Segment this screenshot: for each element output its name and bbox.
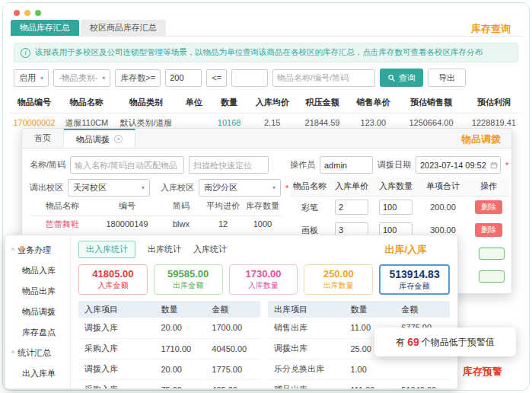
in-campus-value: 南沙分区 — [204, 182, 237, 193]
stock-min-input[interactable] — [165, 69, 202, 87]
category-select-value: -物品类别- — [59, 72, 97, 84]
search-icon — [387, 74, 396, 82]
tab-home[interactable]: 首页 — [22, 129, 64, 148]
annotation-stock-warning: 库存预警 — [463, 365, 502, 379]
tab-inout-stats[interactable]: 出入库统计 — [78, 241, 135, 258]
cell-amount: 405.00 — [205, 379, 260, 389]
cell-total: 200.00 — [418, 196, 468, 219]
cell-amount — [395, 359, 450, 379]
cell-qty — [374, 196, 418, 219]
cell-avg-price: 12 — [203, 216, 243, 232]
export-button[interactable]: 导出 — [428, 69, 466, 87]
inventory-query-window: 物品库存汇总 校区商品库存汇总 库存查询 i 该报表用于多校区及公司连锁型管理等… — [9, 20, 523, 133]
status-select[interactable]: 启用 ▾ — [14, 69, 49, 87]
out-campus-value: 天河校区 — [73, 182, 107, 193]
stat-card-in-amount: 41805.00 入库金额 — [78, 264, 148, 295]
tab-item-transfer[interactable]: 物品调拨 × — [64, 129, 135, 148]
annotation-inout: 出库/入库 — [384, 243, 427, 257]
app-canvas: 物品库存汇总 校区商品库存汇总 库存查询 i 该报表用于多校区及公司连锁型管理等… — [0, 0, 532, 393]
table-row: 采购入库 1710.00 40450.00 — [78, 338, 260, 359]
search-button[interactable]: 查询 — [380, 69, 423, 87]
annotation-item-transfer: 物品调拨 — [461, 133, 501, 146]
stat-card-out-qty: 250.00 出库数量 — [304, 264, 373, 295]
search-button-label: 查询 — [399, 72, 416, 84]
table-header-row: 入库项目 数量 金额 — [78, 301, 260, 318]
close-icon[interactable]: × — [114, 135, 123, 143]
col-header: 单位 — [178, 93, 209, 113]
sidebar-item-inout-orders[interactable]: 出入库单 — [5, 363, 70, 384]
tab-item-transfer-label: 物品调拨 — [76, 131, 110, 148]
keyword-input[interactable] — [272, 69, 375, 87]
cell-project: 调拨入库 — [78, 318, 155, 338]
sidebar-item-stock-out[interactable]: 物品出库 — [5, 281, 70, 302]
stat-label: 入库数量 — [248, 281, 279, 290]
item-match-input[interactable] — [70, 156, 184, 174]
col-header: 数量 — [209, 93, 248, 113]
chevron-up-icon: ^ — [11, 350, 14, 357]
table-header-row: 物品名称 入库单价 入库数量 单项合计 操作 — [290, 177, 509, 196]
warning-popup[interactable]: 有 69 个物品低于预警值 — [374, 328, 516, 356]
cell-qty: 1710.00 — [155, 338, 205, 359]
row-action-button[interactable] — [479, 248, 505, 260]
sidebar-item-stocktaking[interactable]: 库存盘点 — [5, 322, 70, 343]
tab-out-stats[interactable]: 出库统计 — [148, 244, 181, 255]
window-dot-minimize-icon[interactable] — [24, 10, 30, 16]
stats-main: 出入库统计 出库统计 入库统计 出库/入库 41805.00 入库金额 5958… — [71, 235, 457, 388]
sidebar-item-stock-in[interactable]: 物品入库 — [5, 260, 70, 281]
info-text: 该报表用于多校区及公司连锁型管理等场景，以物品为单位查询该商品在各校区的库存汇总… — [35, 47, 483, 58]
col-header: 库存数量 — [243, 197, 282, 216]
transfer-form-row2: 调出校区 天河校区 ▾ 入库校区 南沙分区 ▾ * — [30, 179, 288, 196]
sidebar-item-transfer[interactable]: 物品调拨 — [5, 302, 70, 322]
cell-project: 采购入库 — [78, 338, 155, 359]
stock-max-input[interactable] — [231, 69, 268, 87]
col-header: 物品名称 — [290, 177, 330, 196]
scanner-input[interactable] — [189, 156, 269, 174]
out-campus-select[interactable]: 天河校区 ▾ — [68, 179, 150, 196]
cell-qty: 75.00 — [155, 379, 205, 389]
cell-amount: 51040.00 — [395, 379, 450, 389]
delete-button[interactable]: 删除 — [475, 200, 502, 214]
table-row: 赠品出库 111.00 51040.00 — [268, 379, 450, 389]
warning-count: 69 — [407, 336, 419, 348]
operator-input[interactable] — [320, 156, 373, 174]
stat-label: 入库金额 — [97, 281, 128, 290]
stat-value: 513914.83 — [389, 268, 439, 280]
calendar-icon[interactable] — [490, 161, 498, 169]
col-header: 操作 — [468, 177, 509, 196]
cell-project: 乐分兑换出库 — [268, 359, 344, 379]
tab-in-stats[interactable]: 入库统计 — [193, 244, 227, 255]
category-select[interactable]: -物品类别- ▾ — [53, 69, 110, 87]
transfer-form-row1: 名称/简码 — [30, 156, 269, 174]
sidebar: ^业务办理 物品入库 物品出库 物品调拨 库存盘点 ^统计汇总 出入库单 — [5, 235, 71, 388]
stock-summary-table: 物品编号 物品名称 物品类别 单位 数量 入库均价 积压金额 销售单价 预估销售… — [9, 93, 523, 133]
transfer-date-field — [416, 156, 501, 174]
cell-item-name: 彩笔 — [290, 196, 330, 219]
tab-campus-stock-summary[interactable]: 校区商品库存汇总 — [81, 20, 166, 36]
cell-item-name: 芭蕾舞鞋 — [30, 216, 95, 232]
table-row: 采购入库 75.00 405.00 — [78, 379, 260, 389]
stat-value: 59585.00 — [167, 269, 209, 280]
tab-item-stock-summary[interactable]: 物品库存汇总 — [11, 20, 79, 36]
qty-input[interactable] — [379, 200, 413, 215]
transfer-date-input[interactable] — [416, 156, 501, 174]
table-row[interactable]: 芭蕾舞鞋 180000149 blwx 12 1000 — [30, 216, 282, 232]
delete-button[interactable]: 删除 — [475, 223, 502, 237]
chevron-down-icon: ▾ — [272, 184, 276, 191]
price-input[interactable] — [335, 200, 368, 215]
in-campus-select[interactable]: 南沙分区 ▾ — [199, 179, 281, 196]
sidebar-item-label: 统计汇总 — [18, 348, 51, 357]
row-action-button[interactable] — [479, 270, 505, 283]
sidebar-group-business[interactable]: ^业务办理 — [5, 240, 70, 260]
window-dot-zoom-icon[interactable] — [35, 10, 41, 16]
col-header: 金额 — [205, 301, 260, 318]
cell-project: 采购入库 — [78, 379, 155, 389]
table-header-row: 物品名称 编号 简码 平均进价 库存数量 — [30, 197, 282, 216]
sidebar-group-statistics[interactable]: ^统计汇总 — [5, 343, 70, 363]
cell-item-code: 180000149 — [95, 216, 159, 232]
window-dot-close-icon[interactable] — [14, 10, 20, 16]
stat-cards: 41805.00 入库金额 59585.00 出库金额 1730.00 入库数量… — [78, 264, 450, 295]
col-header: 入库项目 — [78, 301, 155, 318]
table-row: 彩笔 200.00 删除 — [290, 196, 509, 219]
cell-project: 赠品出库 — [268, 379, 344, 389]
cell-action: 删除 — [468, 219, 509, 241]
